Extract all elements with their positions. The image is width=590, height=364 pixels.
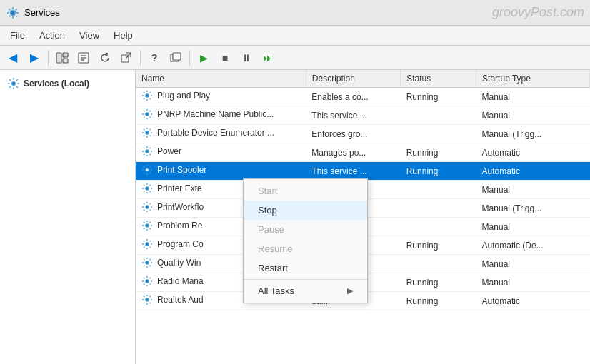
title-text: Services <box>24 7 60 18</box>
svg-point-16 <box>146 95 149 97</box>
toolbar: ◀ ▶ ? ▶ <box>0 46 590 70</box>
resume-button[interactable]: ⏭ <box>258 49 278 67</box>
forward-button[interactable]: ▶ <box>24 49 44 67</box>
row-gear-icon <box>141 164 153 176</box>
title-bar: Services groovyPost.com <box>0 0 590 26</box>
context-menu-item-label: Pause <box>258 224 284 235</box>
row-gear-icon <box>141 108 153 120</box>
sidebar-header[interactable]: Services (Local) <box>3 74 132 93</box>
refresh-button[interactable] <box>95 49 115 67</box>
context-menu-item-all-tasks[interactable]: All Tasks▶ <box>244 281 367 300</box>
toolbar-separator-3 <box>189 50 190 66</box>
svg-point-18 <box>146 113 149 116</box>
console-icon <box>56 52 69 64</box>
svg-point-24 <box>146 169 149 171</box>
properties-button[interactable] <box>74 49 94 67</box>
svg-point-32 <box>146 243 149 246</box>
play-button[interactable]: ▶ <box>194 49 214 67</box>
context-menu: StartStopPauseResumeRestartAll Tasks▶ <box>243 178 368 303</box>
sidebar: Services (Local) <box>0 70 136 364</box>
menu-view[interactable]: View <box>72 28 106 43</box>
table-row[interactable]: Plug and PlayEnables a co...RunningManua… <box>136 88 590 106</box>
col-header-name[interactable]: Name <box>136 70 306 88</box>
context-menu-item-label: Restart <box>258 263 288 273</box>
row-gear-icon <box>141 238 153 250</box>
context-menu-item-pause: Pause <box>244 220 367 239</box>
toolbar-separator-2 <box>140 50 141 66</box>
show-console-button[interactable] <box>52 49 72 67</box>
svg-point-30 <box>146 225 149 227</box>
refresh-icon <box>99 52 111 64</box>
sidebar-label: Services (Local) <box>24 79 89 89</box>
svg-rect-12 <box>173 53 181 60</box>
export-button[interactable] <box>116 49 136 67</box>
back-button[interactable]: ◀ <box>3 49 23 67</box>
context-menu-item-label: All Tasks <box>258 285 294 296</box>
properties-icon <box>78 52 89 64</box>
main-area: Services (Local) Name Description Status… <box>0 70 590 364</box>
svg-rect-4 <box>63 59 68 63</box>
col-header-status[interactable]: Status <box>401 70 476 88</box>
context-menu-item-label: Stop <box>258 205 277 216</box>
svg-point-20 <box>146 132 149 134</box>
svg-rect-2 <box>56 53 61 63</box>
sidebar-gear-icon <box>7 77 20 90</box>
context-menu-separator <box>244 279 367 280</box>
row-gear-icon <box>141 90 153 101</box>
context-menu-item-start: Start <box>244 181 367 201</box>
table-row[interactable]: PNRP Machine Name Public...This service … <box>136 106 590 125</box>
svg-rect-3 <box>63 53 68 57</box>
table-row[interactable]: Portable Device Enumerator ...Enforces g… <box>136 125 590 143</box>
svg-point-38 <box>146 299 149 301</box>
row-gear-icon <box>141 127 153 138</box>
col-header-desc[interactable]: Description <box>306 70 400 88</box>
row-gear-icon <box>141 146 153 157</box>
context-menu-item-label: Start <box>258 186 277 196</box>
svg-point-14 <box>12 82 15 85</box>
app-icon <box>6 6 20 20</box>
context-menu-item-restart[interactable]: Restart <box>244 258 367 278</box>
stop-button[interactable]: ■ <box>215 49 235 67</box>
svg-point-34 <box>146 262 149 264</box>
context-menu-arrow-icon: ▶ <box>347 286 353 295</box>
row-gear-icon <box>141 257 153 268</box>
pause-button[interactable]: ⏸ <box>236 49 256 67</box>
svg-point-36 <box>146 280 149 283</box>
table-row[interactable]: Print SpoolerThis service ...RunningAuto… <box>136 162 590 181</box>
watermark: groovyPost.com <box>492 5 584 20</box>
row-gear-icon <box>141 220 153 231</box>
menu-action[interactable]: Action <box>32 28 72 43</box>
new-window-icon <box>170 52 181 64</box>
context-menu-item-resume: Resume <box>244 239 367 258</box>
svg-point-28 <box>146 206 149 208</box>
context-menu-item-stop[interactable]: Stop <box>244 201 367 220</box>
svg-point-1 <box>11 11 15 14</box>
col-header-startup[interactable]: Startup Type <box>476 70 590 88</box>
export-icon <box>121 52 132 64</box>
table-row[interactable]: PowerManages po...RunningAutomatic <box>136 143 590 162</box>
menu-help[interactable]: Help <box>106 28 140 43</box>
row-gear-icon <box>141 294 153 305</box>
svg-point-22 <box>146 151 149 153</box>
toolbar-separator-1 <box>48 50 49 66</box>
row-gear-icon <box>141 275 153 287</box>
content-area: Name Description Status Startup Type Plu… <box>136 70 590 364</box>
new-window-button[interactable] <box>166 49 186 67</box>
row-gear-icon <box>141 183 153 194</box>
help-button[interactable]: ? <box>144 49 164 67</box>
context-menu-item-label: Resume <box>258 243 292 254</box>
menu-bar: File Action View Help <box>0 26 590 46</box>
svg-point-26 <box>146 188 149 190</box>
menu-file[interactable]: File <box>3 28 32 43</box>
table-header-row: Name Description Status Startup Type <box>136 70 590 88</box>
row-gear-icon <box>141 201 153 213</box>
